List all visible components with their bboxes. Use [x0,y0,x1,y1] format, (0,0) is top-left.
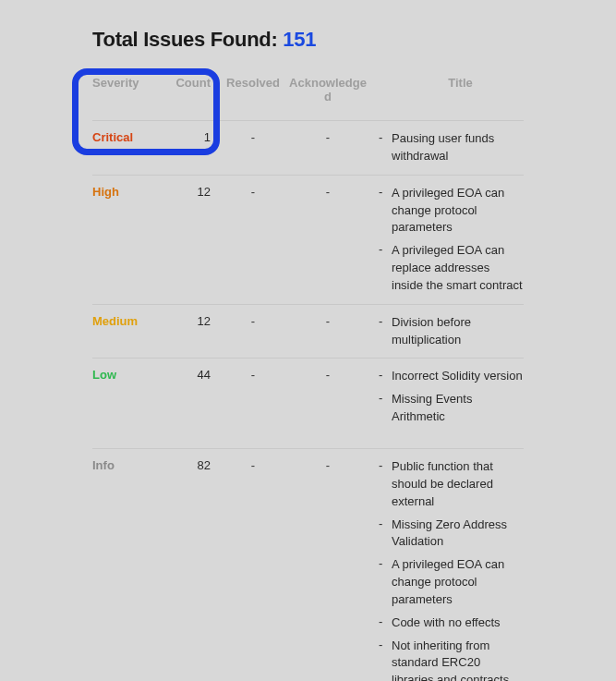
issue-title-item: -Pausing user funds withdrawal [397,130,524,165]
issue-title-text: Incorrect Solidity version [392,368,524,385]
title-prefix: Total Issues Found: [92,28,277,51]
bullet-icon: - [379,638,392,651]
issue-title-item: -A privileged EOA can replace addresses … [397,242,524,295]
issue-title-text: A privileged EOA can change protocol par… [392,185,524,237]
col-header-resolved: Resolved [220,76,286,103]
count-cell: 1 [174,130,220,144]
count-cell: 12 [174,185,220,199]
table-row: Critical1---Pausing user funds withdrawa… [92,120,524,175]
issue-title-item: -Incorrect Solidity version [397,368,524,385]
col-header-acknowledged: Acknowledged [286,76,369,103]
page-title: Total Issues Found: 151 [92,28,524,52]
count-cell: 44 [174,368,220,382]
bullet-icon: - [379,368,392,382]
severity-cell: Info [92,458,174,472]
acknowledged-cell: - [286,314,369,328]
issue-title-item: -Missing Events Arithmetic [397,391,524,426]
issues-table: Severity Count Resolved Acknowledged Tit… [92,68,524,681]
issue-title-text: Public function that should be declared … [392,458,524,511]
resolved-cell: - [220,314,286,328]
issue-title-text: Missing Events Arithmetic [392,391,524,426]
issue-title-text: Not inheriting from standard ERC20 libra… [392,638,524,681]
bullet-icon: - [379,185,392,199]
bullet-icon: - [379,242,392,256]
title-cell: -A privileged EOA can change protocol pa… [397,185,524,295]
bullet-icon: - [379,391,392,405]
issue-title-text: Code with no effects [392,614,524,632]
total-issues-count: 151 [283,28,316,51]
col-header-title: Title [397,76,524,103]
table-header: Severity Count Resolved Acknowledged Tit… [92,68,524,120]
bullet-icon: - [379,130,392,144]
issue-title-text: A privileged EOA can replace addresses i… [392,242,524,295]
table-row: Info82---Public function that should be … [92,448,524,681]
acknowledged-cell: - [286,185,369,199]
issue-title-item: -Missing Zero Address Validation [397,517,524,552]
resolved-cell: - [220,368,286,382]
count-cell: 82 [174,458,220,472]
bullet-icon: - [379,458,392,472]
issue-title-item: -A privileged EOA can change protocol pa… [397,556,524,609]
bullet-icon: - [379,614,392,628]
issue-title-text: Pausing user funds withdrawal [392,130,524,165]
title-cell: -Public function that should be declared… [397,458,524,681]
resolved-cell: - [220,185,286,199]
issue-title-text: A privileged EOA can change protocol par… [392,556,524,609]
issue-title-item: -Public function that should be declared… [397,458,524,511]
severity-cell: High [92,185,174,199]
acknowledged-cell: - [286,130,369,144]
issues-report: Total Issues Found: 151 Severity Count R… [28,18,588,681]
severity-cell: Low [92,368,174,382]
acknowledged-cell: - [286,368,369,382]
table-row: High12---A privileged EOA can change pro… [92,175,524,304]
col-header-severity: Severity [92,76,174,103]
severity-cell: Critical [92,130,174,144]
issue-title-item: -A privileged EOA can change protocol pa… [397,185,524,237]
acknowledged-cell: - [286,458,369,472]
count-cell: 12 [174,314,220,328]
table-row: Medium12---Division before multiplicatio… [92,304,524,359]
bullet-icon: - [379,517,392,530]
title-cell: -Division before multiplication [397,314,524,349]
col-header-count: Count [174,76,220,103]
title-cell: -Incorrect Solidity version-Missing Even… [397,368,524,426]
resolved-cell: - [220,458,286,472]
severity-cell: Medium [92,314,174,328]
issue-title-item: -Not inheriting from standard ERC20 libr… [397,638,524,681]
bullet-icon: - [379,314,392,328]
issue-title-text: Missing Zero Address Validation [392,517,524,552]
issue-title-text: Division before multiplication [392,314,524,349]
resolved-cell: - [220,130,286,144]
table-row: Low44---Incorrect Solidity version-Missi… [92,358,524,435]
issue-title-item: -Division before multiplication [397,314,524,349]
issue-title-item: -Code with no effects [397,614,524,632]
bullet-icon: - [379,556,392,570]
title-cell: -Pausing user funds withdrawal [397,130,524,165]
